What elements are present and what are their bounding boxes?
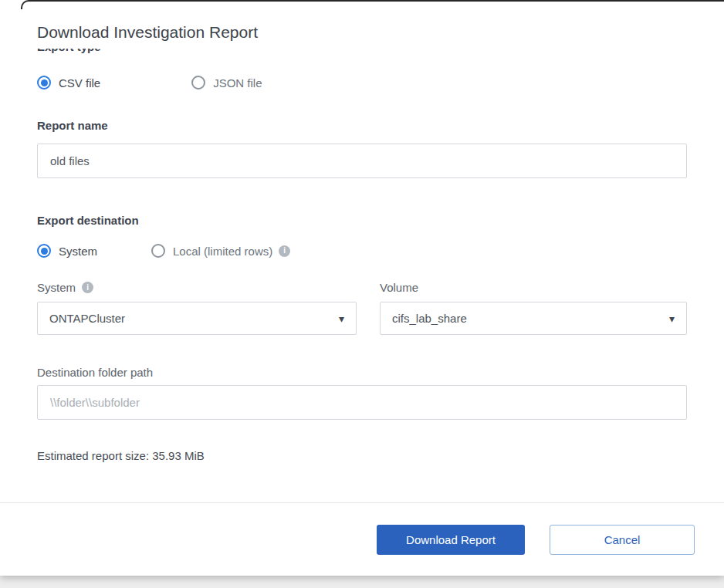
radio-csv-file[interactable]: CSV file (37, 76, 100, 90)
volume-select[interactable]: cifs_lab_share ▾ (380, 302, 687, 335)
radio-unselected-icon (151, 244, 165, 258)
radio-system[interactable]: System (37, 244, 97, 258)
volume-field: Volume cifs_lab_share ▾ (380, 281, 687, 335)
chevron-down-icon: ▾ (669, 313, 675, 324)
radio-unselected-icon (191, 76, 205, 90)
radio-group-report-type: CSV file JSON file (37, 76, 687, 90)
export-destination-label: Export destination (37, 214, 687, 227)
volume-field-label-row: Volume (380, 281, 687, 294)
report-name-label: Report name (37, 119, 687, 132)
report-name-input[interactable] (37, 144, 687, 178)
download-report-dialog: Download Investigation Report Export typ… (0, 0, 724, 576)
system-field-label-row: System i (37, 281, 357, 294)
radio-local[interactable]: Local (limited rows) i (151, 244, 290, 258)
volume-label: Volume (380, 281, 418, 294)
cancel-button[interactable]: Cancel (550, 525, 695, 555)
radio-local-label: Local (limited rows) (173, 245, 272, 258)
system-field: System i ONTAPCluster ▾ (37, 281, 357, 335)
local-info-icon[interactable]: i (279, 245, 290, 257)
radio-system-label: System (59, 245, 97, 258)
clipped-export-type-section: Export type (37, 49, 687, 56)
system-volume-row: System i ONTAPCluster ▾ Volume cifs_lab_… (37, 281, 687, 335)
estimated-size-text: Estimated report size: 35.93 MiB (37, 449, 687, 462)
radio-json-file[interactable]: JSON file (191, 76, 262, 90)
radio-json-file-label: JSON file (213, 76, 262, 90)
radio-selected-icon (37, 76, 51, 90)
download-report-button[interactable]: Download Report (377, 525, 525, 555)
export-type-label: Export type (37, 49, 687, 53)
volume-select-value: cifs_lab_share (392, 312, 467, 325)
radio-csv-file-label: CSV file (59, 76, 100, 90)
system-select-value: ONTAPCluster (49, 312, 125, 325)
destination-path-label: Destination folder path (37, 366, 687, 379)
destination-path-input[interactable] (37, 385, 687, 420)
chevron-down-icon: ▾ (339, 313, 344, 324)
radio-selected-icon (37, 244, 51, 258)
dialog-title: Download Investigation Report (37, 0, 687, 42)
system-label: System (37, 281, 76, 294)
system-info-icon[interactable]: i (82, 282, 93, 293)
system-select[interactable]: ONTAPCluster ▾ (37, 302, 357, 335)
radio-group-export-destination: System Local (limited rows) i (37, 244, 687, 258)
dialog-footer: Download Report Cancel (0, 502, 724, 576)
